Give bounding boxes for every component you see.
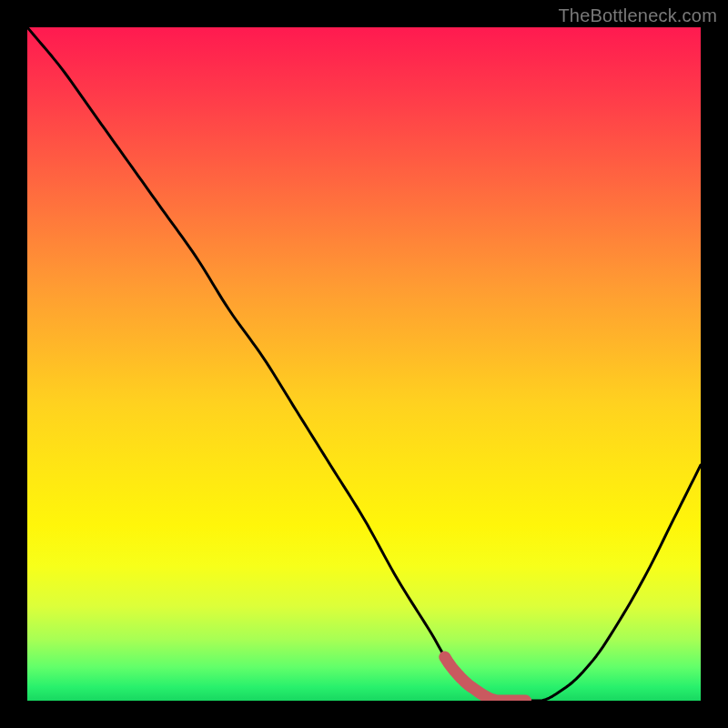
curve-layer <box>27 27 701 701</box>
highlight-segment <box>445 657 526 701</box>
plot-area <box>27 27 701 701</box>
bottleneck-curve <box>27 27 701 701</box>
chart-container: TheBottleneck.com <box>0 0 728 728</box>
attribution-text: TheBottleneck.com <box>558 5 717 26</box>
